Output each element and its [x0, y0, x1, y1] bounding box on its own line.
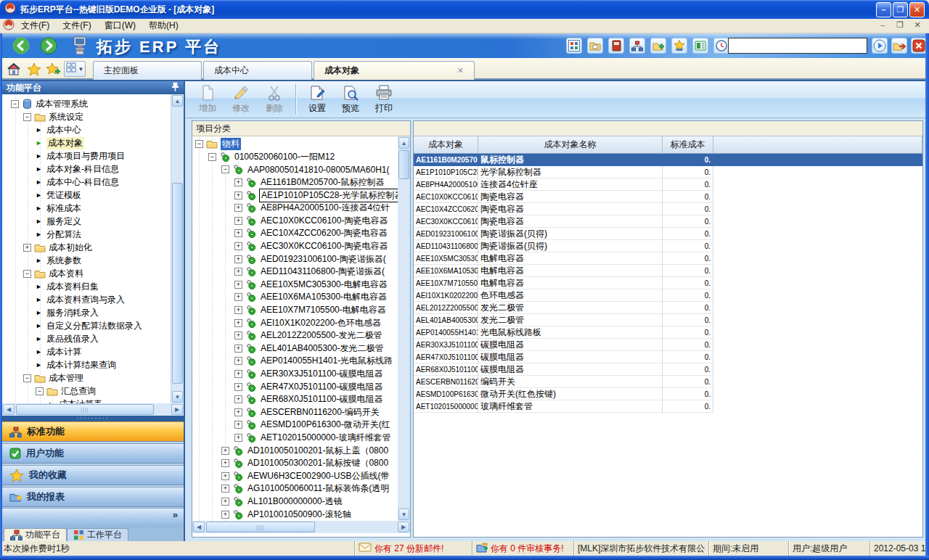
table-row[interactable]: AER47X0J5101100碳膜电阻器0. [414, 351, 922, 363]
scroll-left-icon[interactable]: ◀ [3, 404, 15, 415]
menu-item[interactable]: 帮助(H) [142, 19, 185, 32]
tree-expander-icon[interactable]: + [234, 408, 242, 416]
tree-expander-icon[interactable]: + [234, 229, 242, 237]
table-row[interactable]: AEL2012Z2005500发光二极管0. [414, 302, 922, 314]
tree-expander-icon[interactable]: + [234, 421, 242, 429]
tree-expander-icon[interactable]: + [23, 244, 31, 252]
scroll-right-icon[interactable]: ▶ [171, 404, 183, 415]
search-input[interactable] [728, 38, 867, 54]
category-tree-item[interactable]: +AD1010050100201-鼠标上盖（0800 [192, 444, 398, 457]
column-header-标准成本[interactable]: 标准成本 [663, 136, 713, 153]
tree-expander-icon[interactable]: + [234, 370, 242, 378]
sidebar-tree-item[interactable]: ►废品残值录入 [2, 332, 171, 345]
tree-expander-icon[interactable]: − [208, 153, 216, 161]
sidebar-tree-item[interactable]: ►成本资料查询与录入 [2, 293, 171, 306]
category-tree-item[interactable]: +AE1161B0M205700-鼠标控制器 [192, 176, 398, 189]
category-tree-item[interactable]: +AP1010010500900-滚轮轴 [192, 508, 398, 521]
category-tree-item[interactable]: −0100520060100-一阳M12 [192, 151, 398, 164]
close-button[interactable]: ✕ [909, 2, 925, 17]
category-tree-item[interactable]: +AE1P1010P105C28-光学鼠标控制器 [192, 189, 398, 202]
notebook-icon[interactable] [608, 38, 624, 54]
table-row[interactable]: AEL401AB4005300发光二极管0. [414, 314, 922, 326]
category-tree-item[interactable]: +AEC30X0KCC06100-陶瓷电容器 [192, 240, 398, 253]
sidebar-section-我的收藏[interactable]: 我的收藏 [2, 465, 184, 485]
table-row[interactable]: AER30X3J5101100碳膜电阻器0. [414, 339, 922, 351]
sidebar-tab-工作平台[interactable]: 工作平台 [67, 528, 128, 541]
favorite-add-icon[interactable] [45, 61, 61, 77]
scroll-up-icon[interactable]: ▲ [172, 95, 183, 107]
table-row[interactable]: AE1P1010P105C28光学鼠标控制器0. [414, 166, 922, 178]
sidebar-section-标准功能[interactable]: 标准功能 [2, 421, 184, 442]
folder-home-icon[interactable] [587, 38, 603, 54]
sidebar-tree-item[interactable]: ►自定义分配算法数据录入 [2, 319, 171, 332]
status-audit[interactable]: 你有 0 件审核事务! [472, 541, 573, 556]
status-mail[interactable]: 你有 27 份新邮件! [354, 541, 472, 556]
folder-add-icon[interactable] [650, 38, 666, 54]
sidebar-tree-item[interactable]: ►成本计算结果查询 [2, 358, 171, 371]
table-row[interactable]: AER68X0J5101100碳膜电阻器0. [414, 363, 922, 376]
favorite-star-icon[interactable] [26, 61, 42, 77]
category-tree-item[interactable]: +AD1010050300201-鼠标按键（0800 [192, 457, 398, 470]
sidebar-tree-item[interactable]: ►成本计算 [2, 345, 171, 358]
sidebar-tree-item[interactable]: ►成本对象-科目信息 [2, 162, 171, 176]
category-tree-item[interactable]: +AET102015000000-玻璃纤维套管 [192, 432, 398, 445]
org-icon[interactable] [629, 38, 645, 54]
table-row[interactable]: AE1161B0M205700鼠标控制器0. [414, 154, 922, 166]
tree-expander-icon[interactable]: − [23, 113, 31, 121]
tab-成本中心[interactable]: 成本中心 [203, 61, 312, 80]
sidebar-tree-item[interactable]: −汇总查询 [2, 384, 171, 398]
scroll-up-icon[interactable]: ▲ [398, 137, 409, 149]
category-tree-item[interactable]: +AEC10X4ZCC06200-陶瓷电容器 [192, 227, 398, 240]
category-tree-item[interactable]: +AED110431106800-陶瓷谐振器( [192, 265, 398, 279]
sidebar-tree-item[interactable]: ►成本资料归集 [2, 280, 171, 293]
sidebar-tree-item[interactable]: ►成本项目与费用项目 [2, 149, 171, 162]
scroll-thumb[interactable] [172, 183, 183, 384]
table-row[interactable]: AE8PH4A20005100连接器4位针座0. [414, 178, 922, 191]
tree-expander-icon[interactable]: + [221, 472, 229, 480]
tree-expander-icon[interactable]: + [221, 459, 229, 467]
sidebar-section-用户功能[interactable]: 用户功能 [2, 443, 184, 464]
category-tree-item[interactable]: +AEE10X5MC305300-电解电容器 [192, 279, 398, 292]
star-shield-icon[interactable] [671, 38, 687, 54]
category-tree-item[interactable]: +AEWU6H3CE002900-USB公插线(带 [192, 469, 398, 482]
tree-expander-icon[interactable]: + [234, 242, 242, 250]
category-tree-item[interactable]: +AL101B000000000-透镜 [192, 495, 398, 508]
tree-expander-icon[interactable]: + [234, 204, 242, 212]
tree-expander-icon[interactable]: + [234, 345, 242, 353]
category-tree-item[interactable]: +AER30X3J5101100-碳膜电阻器 [192, 368, 398, 381]
tree-expander-icon[interactable]: + [234, 319, 242, 327]
tree-expander-icon[interactable]: − [195, 140, 203, 148]
category-tree-item[interactable]: +AE8PH4A20005100-连接器4位针 [192, 202, 398, 215]
category-tree-item[interactable]: +AG1010050060011-鼠标装饰条(透明 [192, 482, 398, 495]
tree-expander-icon[interactable]: + [234, 178, 242, 186]
menu-item[interactable]: 窗口(W) [98, 19, 142, 32]
sidebar-tree-item[interactable]: ►成本计算表 [2, 398, 171, 403]
tab-close-icon[interactable]: ✕ [457, 66, 464, 75]
category-tree-item[interactable]: +AER68X0J5101100-碳膜电阻器 [192, 393, 398, 406]
sidebar-tree-item[interactable]: −系统设定 [2, 110, 171, 123]
table-row[interactable]: AED019231006100陶瓷谐振器(贝得)0. [414, 228, 922, 240]
category-tree-item[interactable]: +AEI10X1K0202200-色环电感器 [192, 316, 398, 329]
tree-expander-icon[interactable]: − [23, 374, 31, 382]
forward-icon[interactable] [40, 37, 57, 54]
mdi-minimize-button[interactable]: － [877, 20, 888, 31]
table-row[interactable]: AEI10X1K0202200色环电感器0. [414, 289, 922, 302]
menu-item[interactable]: 文件(F) [15, 19, 56, 32]
tree-expander-icon[interactable]: + [221, 447, 229, 455]
tab-成本对象[interactable]: 成本对象✕ [314, 61, 475, 80]
home-icon[interactable] [6, 61, 22, 77]
sidebar-tab-功能平台[interactable]: 功能平台 [4, 528, 67, 541]
tree-expander-icon[interactable]: − [221, 165, 229, 173]
table-row[interactable]: AESMD100P616300微动开关(红色按键)0. [414, 388, 922, 400]
category-tree-item[interactable]: +AEL2012Z2005500-发光二极管 [192, 329, 398, 342]
toolbar-button-预览[interactable]: 预览 [334, 83, 367, 116]
exit-home-icon[interactable] [891, 38, 907, 54]
tree-expander-icon[interactable]: + [234, 383, 242, 391]
category-tree-item[interactable]: +AEE10X6MA105300-电解电容器 [192, 291, 398, 304]
layout-grid-icon[interactable]: ▼ [64, 61, 86, 77]
sidebar-tree-item[interactable]: ►成本中心-科目信息 [2, 176, 171, 189]
table-row[interactable]: AEP0140055H1401光电鼠标线路板0. [414, 326, 922, 339]
table-row[interactable]: AEE10X6MA105300电解电容器0. [414, 265, 922, 277]
sidebar-tree-item[interactable]: ►成本对象 [2, 136, 171, 149]
column-header-成本对象名称[interactable]: 成本对象名称 [478, 136, 663, 153]
